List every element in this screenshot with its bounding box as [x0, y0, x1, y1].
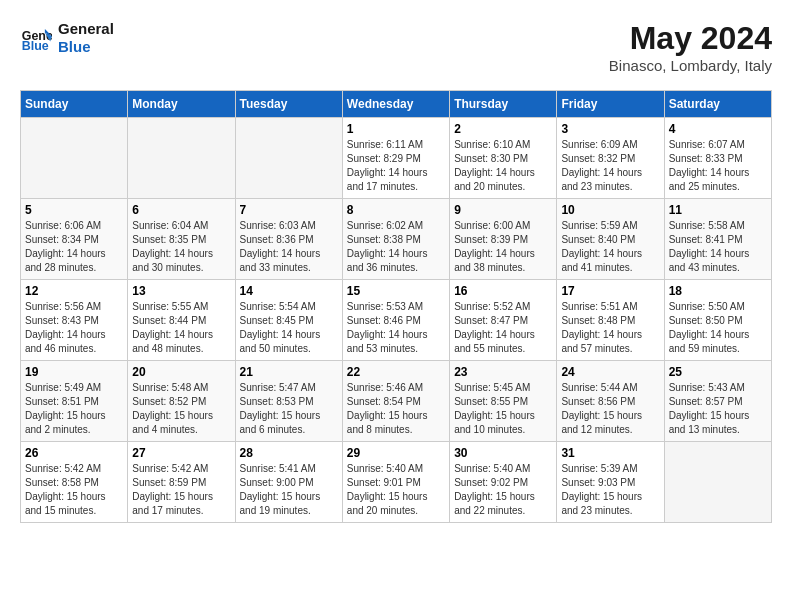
- calendar-cell: 11Sunrise: 5:58 AM Sunset: 8:41 PM Dayli…: [664, 199, 771, 280]
- day-number: 3: [561, 122, 659, 136]
- day-info: Sunrise: 5:41 AM Sunset: 9:00 PM Dayligh…: [240, 462, 338, 518]
- location: Binasco, Lombardy, Italy: [609, 57, 772, 74]
- calendar-cell: 15Sunrise: 5:53 AM Sunset: 8:46 PM Dayli…: [342, 280, 449, 361]
- calendar-cell: 5Sunrise: 6:06 AM Sunset: 8:34 PM Daylig…: [21, 199, 128, 280]
- calendar-cell: 13Sunrise: 5:55 AM Sunset: 8:44 PM Dayli…: [128, 280, 235, 361]
- day-number: 21: [240, 365, 338, 379]
- calendar-week-row: 12Sunrise: 5:56 AM Sunset: 8:43 PM Dayli…: [21, 280, 772, 361]
- day-number: 29: [347, 446, 445, 460]
- day-info: Sunrise: 6:03 AM Sunset: 8:36 PM Dayligh…: [240, 219, 338, 275]
- day-number: 18: [669, 284, 767, 298]
- day-info: Sunrise: 6:10 AM Sunset: 8:30 PM Dayligh…: [454, 138, 552, 194]
- day-info: Sunrise: 5:55 AM Sunset: 8:44 PM Dayligh…: [132, 300, 230, 356]
- calendar-cell: 19Sunrise: 5:49 AM Sunset: 8:51 PM Dayli…: [21, 361, 128, 442]
- calendar-cell: 12Sunrise: 5:56 AM Sunset: 8:43 PM Dayli…: [21, 280, 128, 361]
- calendar-cell: 2Sunrise: 6:10 AM Sunset: 8:30 PM Daylig…: [450, 118, 557, 199]
- day-number: 20: [132, 365, 230, 379]
- calendar-cell: [235, 118, 342, 199]
- day-info: Sunrise: 5:45 AM Sunset: 8:55 PM Dayligh…: [454, 381, 552, 437]
- month-title: May 2024: [609, 20, 772, 57]
- calendar-week-row: 19Sunrise: 5:49 AM Sunset: 8:51 PM Dayli…: [21, 361, 772, 442]
- day-info: Sunrise: 6:07 AM Sunset: 8:33 PM Dayligh…: [669, 138, 767, 194]
- logo-general: General: [58, 20, 114, 38]
- calendar-cell: 10Sunrise: 5:59 AM Sunset: 8:40 PM Dayli…: [557, 199, 664, 280]
- day-number: 24: [561, 365, 659, 379]
- day-number: 19: [25, 365, 123, 379]
- day-number: 16: [454, 284, 552, 298]
- logo-blue: Blue: [58, 38, 114, 56]
- day-info: Sunrise: 6:06 AM Sunset: 8:34 PM Dayligh…: [25, 219, 123, 275]
- day-number: 1: [347, 122, 445, 136]
- day-number: 15: [347, 284, 445, 298]
- day-number: 2: [454, 122, 552, 136]
- calendar-cell: 8Sunrise: 6:02 AM Sunset: 8:38 PM Daylig…: [342, 199, 449, 280]
- day-info: Sunrise: 5:49 AM Sunset: 8:51 PM Dayligh…: [25, 381, 123, 437]
- day-info: Sunrise: 6:02 AM Sunset: 8:38 PM Dayligh…: [347, 219, 445, 275]
- day-number: 4: [669, 122, 767, 136]
- day-info: Sunrise: 5:48 AM Sunset: 8:52 PM Dayligh…: [132, 381, 230, 437]
- day-number: 14: [240, 284, 338, 298]
- calendar-cell: 3Sunrise: 6:09 AM Sunset: 8:32 PM Daylig…: [557, 118, 664, 199]
- day-number: 17: [561, 284, 659, 298]
- day-number: 7: [240, 203, 338, 217]
- title-block: May 2024 Binasco, Lombardy, Italy: [609, 20, 772, 74]
- calendar-table: SundayMondayTuesdayWednesdayThursdayFrid…: [20, 90, 772, 523]
- day-info: Sunrise: 6:11 AM Sunset: 8:29 PM Dayligh…: [347, 138, 445, 194]
- day-number: 31: [561, 446, 659, 460]
- calendar-cell: 23Sunrise: 5:45 AM Sunset: 8:55 PM Dayli…: [450, 361, 557, 442]
- day-info: Sunrise: 5:56 AM Sunset: 8:43 PM Dayligh…: [25, 300, 123, 356]
- day-info: Sunrise: 6:00 AM Sunset: 8:39 PM Dayligh…: [454, 219, 552, 275]
- day-info: Sunrise: 5:51 AM Sunset: 8:48 PM Dayligh…: [561, 300, 659, 356]
- weekday-header-monday: Monday: [128, 91, 235, 118]
- calendar-cell: 22Sunrise: 5:46 AM Sunset: 8:54 PM Dayli…: [342, 361, 449, 442]
- day-number: 26: [25, 446, 123, 460]
- calendar-cell: 24Sunrise: 5:44 AM Sunset: 8:56 PM Dayli…: [557, 361, 664, 442]
- calendar-cell: 29Sunrise: 5:40 AM Sunset: 9:01 PM Dayli…: [342, 442, 449, 523]
- calendar-week-row: 26Sunrise: 5:42 AM Sunset: 8:58 PM Dayli…: [21, 442, 772, 523]
- weekday-header-wednesday: Wednesday: [342, 91, 449, 118]
- calendar-cell: 31Sunrise: 5:39 AM Sunset: 9:03 PM Dayli…: [557, 442, 664, 523]
- day-info: Sunrise: 5:44 AM Sunset: 8:56 PM Dayligh…: [561, 381, 659, 437]
- calendar-cell: 18Sunrise: 5:50 AM Sunset: 8:50 PM Dayli…: [664, 280, 771, 361]
- day-info: Sunrise: 5:40 AM Sunset: 9:02 PM Dayligh…: [454, 462, 552, 518]
- day-info: Sunrise: 5:42 AM Sunset: 8:58 PM Dayligh…: [25, 462, 123, 518]
- day-number: 5: [25, 203, 123, 217]
- calendar-cell: [128, 118, 235, 199]
- day-info: Sunrise: 5:50 AM Sunset: 8:50 PM Dayligh…: [669, 300, 767, 356]
- day-number: 28: [240, 446, 338, 460]
- calendar-cell: 20Sunrise: 5:48 AM Sunset: 8:52 PM Dayli…: [128, 361, 235, 442]
- calendar-cell: [664, 442, 771, 523]
- day-info: Sunrise: 5:42 AM Sunset: 8:59 PM Dayligh…: [132, 462, 230, 518]
- day-info: Sunrise: 5:39 AM Sunset: 9:03 PM Dayligh…: [561, 462, 659, 518]
- day-number: 12: [25, 284, 123, 298]
- day-info: Sunrise: 6:04 AM Sunset: 8:35 PM Dayligh…: [132, 219, 230, 275]
- day-number: 9: [454, 203, 552, 217]
- calendar-cell: 4Sunrise: 6:07 AM Sunset: 8:33 PM Daylig…: [664, 118, 771, 199]
- page-header: General Blue General Blue May 2024 Binas…: [20, 20, 772, 74]
- day-number: 6: [132, 203, 230, 217]
- calendar-cell: 28Sunrise: 5:41 AM Sunset: 9:00 PM Dayli…: [235, 442, 342, 523]
- day-info: Sunrise: 5:53 AM Sunset: 8:46 PM Dayligh…: [347, 300, 445, 356]
- weekday-header-row: SundayMondayTuesdayWednesdayThursdayFrid…: [21, 91, 772, 118]
- day-info: Sunrise: 5:47 AM Sunset: 8:53 PM Dayligh…: [240, 381, 338, 437]
- day-number: 22: [347, 365, 445, 379]
- calendar-cell: 9Sunrise: 6:00 AM Sunset: 8:39 PM Daylig…: [450, 199, 557, 280]
- day-info: Sunrise: 5:46 AM Sunset: 8:54 PM Dayligh…: [347, 381, 445, 437]
- day-number: 27: [132, 446, 230, 460]
- calendar-cell: 26Sunrise: 5:42 AM Sunset: 8:58 PM Dayli…: [21, 442, 128, 523]
- calendar-cell: 1Sunrise: 6:11 AM Sunset: 8:29 PM Daylig…: [342, 118, 449, 199]
- calendar-cell: 16Sunrise: 5:52 AM Sunset: 8:47 PM Dayli…: [450, 280, 557, 361]
- weekday-header-friday: Friday: [557, 91, 664, 118]
- day-number: 13: [132, 284, 230, 298]
- day-number: 10: [561, 203, 659, 217]
- day-number: 8: [347, 203, 445, 217]
- calendar-cell: 21Sunrise: 5:47 AM Sunset: 8:53 PM Dayli…: [235, 361, 342, 442]
- weekday-header-saturday: Saturday: [664, 91, 771, 118]
- day-number: 30: [454, 446, 552, 460]
- weekday-header-sunday: Sunday: [21, 91, 128, 118]
- day-info: Sunrise: 5:59 AM Sunset: 8:40 PM Dayligh…: [561, 219, 659, 275]
- day-info: Sunrise: 5:40 AM Sunset: 9:01 PM Dayligh…: [347, 462, 445, 518]
- calendar-cell: 25Sunrise: 5:43 AM Sunset: 8:57 PM Dayli…: [664, 361, 771, 442]
- calendar-cell: 27Sunrise: 5:42 AM Sunset: 8:59 PM Dayli…: [128, 442, 235, 523]
- logo: General Blue General Blue: [20, 20, 114, 56]
